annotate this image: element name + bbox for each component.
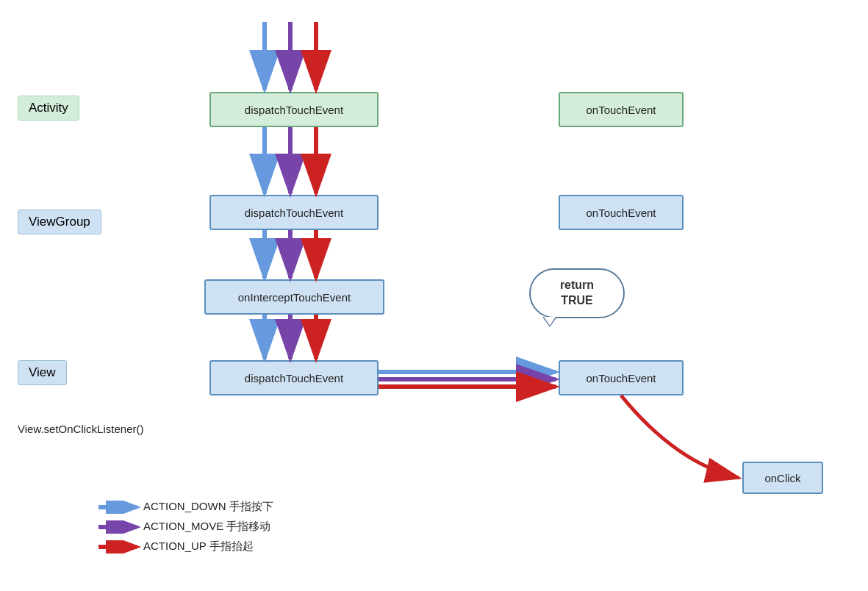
activity-label: Activity (18, 96, 79, 121)
legend-item-up: ACTION_UP 手指抬起 (96, 540, 273, 554)
speech-bubble: return TRUE (529, 268, 625, 327)
legend-item-move: ACTION_MOVE 手指移动 (96, 520, 273, 534)
legend-text-up: ACTION_UP 手指抬起 (143, 540, 254, 554)
box-intercept-viewgroup: onInterceptTouchEvent (204, 279, 384, 315)
view-label: View (18, 360, 67, 385)
speech-bubble-tail-inner (544, 317, 556, 326)
legend-text-down: ACTION_DOWN 手指按下 (143, 500, 273, 514)
box-ontouch-viewgroup: onTouchEvent (559, 195, 684, 230)
box-dispatch-view: dispatchTouchEvent (209, 360, 379, 395)
box-ontouch-activity: onTouchEvent (559, 92, 684, 127)
activity-text: Activity (29, 101, 68, 115)
view-text: View (29, 365, 56, 379)
legend-arrow-down (96, 501, 143, 514)
box-dispatch-viewgroup: dispatchTouchEvent (209, 195, 379, 230)
legend-arrow-move (96, 520, 143, 534)
legend-arrow-up (96, 540, 143, 554)
setonclick-label: View.setOnClickListener() (18, 423, 143, 435)
box-ontouch-view: onTouchEvent (559, 360, 684, 395)
legend-text-move: ACTION_MOVE 手指移动 (143, 520, 270, 534)
legend-item-down: ACTION_DOWN 手指按下 (96, 500, 273, 514)
speech-bubble-text: return TRUE (560, 278, 594, 309)
box-dispatch-activity: dispatchTouchEvent (209, 92, 379, 127)
speech-bubble-body: return TRUE (529, 268, 625, 318)
setonclick-text: View.setOnClickListener() (18, 423, 143, 435)
viewgroup-label: ViewGroup (18, 209, 101, 234)
viewgroup-text: ViewGroup (29, 215, 90, 229)
diagram-container: Activity ViewGroup View View.setOnClickL… (0, 0, 868, 591)
box-onclick: onClick (742, 462, 823, 494)
legend: ACTION_DOWN 手指按下 ACTION_MOVE 手指移动 (96, 500, 273, 559)
